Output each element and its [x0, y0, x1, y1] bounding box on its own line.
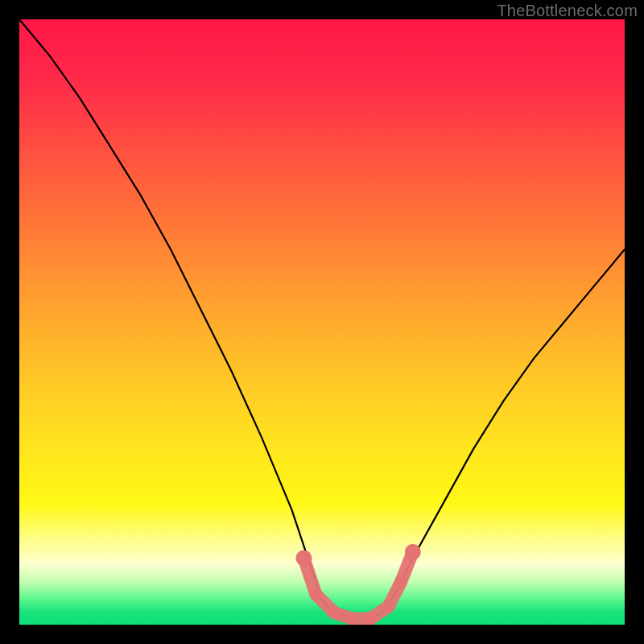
- highlight-marker: [382, 600, 395, 613]
- highlight-marker: [394, 576, 407, 588]
- highlight-marker: [328, 606, 341, 619]
- bottleneck-curve: [19, 19, 625, 619]
- highlight-marker: [295, 550, 312, 566]
- highlight-marker: [310, 588, 323, 601]
- highlight-marker: [405, 544, 421, 560]
- chart-svg: [19, 19, 625, 625]
- curve-path: [19, 19, 625, 619]
- plot-area: [19, 19, 625, 625]
- highlight-marker-group: [295, 544, 420, 625]
- chart-frame: TheBottleneck.com: [0, 0, 644, 644]
- watermark-text: TheBottleneck.com: [497, 2, 638, 20]
- highlight-marker: [364, 613, 377, 625]
- highlight-marker: [346, 613, 359, 625]
